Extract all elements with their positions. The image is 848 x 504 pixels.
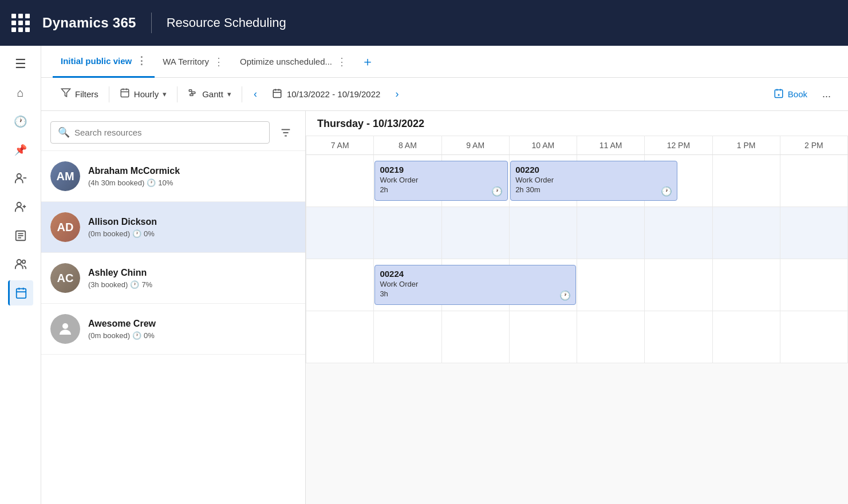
booking-block-00219[interactable]: 00219 Work Order 2h 🕐 (374, 161, 508, 201)
sidebar-item-users[interactable] (8, 166, 33, 191)
date-range-text: 10/13/2022 - 10/19/2022 (287, 89, 380, 99)
gantt-cell-11am-awesome (577, 311, 645, 363)
resource-info-ashley: Ashley Chinn (3h booked) 🕐 7% (88, 268, 152, 289)
hourly-button[interactable]: Hourly ▾ (112, 84, 175, 105)
calendar-icon (272, 88, 282, 100)
gantt-cell-10am-allison (510, 207, 577, 259)
tab-more-initial[interactable]: ⋮ (136, 54, 147, 67)
tab-wa-territory[interactable]: WA Territory ⋮ (155, 46, 232, 78)
svg-point-35 (62, 323, 68, 329)
resource-search-box[interactable]: 🔍 (50, 121, 270, 144)
gantt-panel: Thursday - 10/13/2022 7 AM 8 AM 9 AM 10 … (306, 111, 848, 504)
sidebar-item-team[interactable] (8, 252, 33, 277)
gantt-cell-7am-ashley (306, 259, 374, 311)
resource-info-awesome-crew: Awesome Crew (0m booked) 🕐 0% (88, 319, 156, 340)
svg-point-10 (22, 260, 25, 264)
gantt-cell-7am-awesome (306, 311, 374, 363)
sidebar-item-pin[interactable]: 📌 (8, 137, 33, 162)
gantt-cell-7am-abraham (306, 155, 374, 207)
gantt-cell-12pm-awesome (645, 311, 712, 363)
gantt-row-allison (306, 207, 848, 259)
resource-item-allison[interactable]: AD Allison Dickson (0m booked) 🕐 0% (41, 202, 305, 253)
sidebar: ☰ ⌂ 🕐 📌 (0, 46, 41, 504)
clock-icon-00224: 🕐 (559, 290, 571, 301)
resource-item-awesome-crew[interactable]: Awesome Crew (0m booked) 🕐 0% (41, 304, 305, 355)
booking-block-00224[interactable]: 00224 Work Order 3h 🕐 (374, 265, 575, 305)
book-icon (774, 88, 784, 100)
resource-meta-text-awesome-crew: (0m booked) (88, 331, 130, 340)
clock-icon-ashley: 🕐 (130, 280, 139, 289)
svg-rect-22 (190, 94, 193, 96)
gantt-cell-1pm-abraham (713, 155, 780, 207)
search-input[interactable] (74, 128, 262, 137)
tabs-row: Initial public view ⋮ WA Territory ⋮ Opt… (41, 46, 848, 78)
time-cell-12pm: 12 PM (645, 136, 712, 154)
gantt-button[interactable]: Gantt ▾ (180, 84, 239, 105)
time-cell-11am: 11 AM (577, 136, 645, 154)
gantt-cell-12pm-allison (645, 207, 712, 259)
booking-block-00220[interactable]: 00220 Work Order 2h 30m 🕐 (510, 161, 677, 201)
gantt-row-awesome-crew (306, 311, 848, 363)
tab-more-wa[interactable]: ⋮ (214, 55, 224, 68)
tab-label-wa-territory: WA Territory (163, 57, 209, 66)
app-title: Dynamics 365 (42, 15, 136, 31)
gantt-cell-1pm-awesome (713, 311, 780, 363)
clock-icon-allison: 🕐 (132, 229, 141, 238)
gantt-cell-11am-ashley (577, 259, 645, 311)
gantt-row-inner-abraham: 00219 Work Order 2h 🕐 00220 Work Order 2… (306, 155, 848, 207)
tab-label-optimize: Optimize unscheduled... (240, 57, 332, 66)
svg-rect-16 (121, 89, 129, 97)
booking-num-00224: 00224 (380, 269, 570, 279)
time-cell-10am: 10 AM (510, 136, 577, 154)
booking-type-00220: Work Order (515, 176, 672, 184)
resource-info-allison: Allison Dickson (0m booked) 🕐 0% (88, 217, 157, 238)
book-button[interactable]: Book (764, 84, 817, 104)
resource-avatar-awesome-crew (50, 314, 80, 344)
filters-label: Filters (75, 89, 98, 99)
search-icon: 🔍 (58, 126, 70, 138)
sidebar-item-calendar[interactable] (8, 280, 33, 305)
tab-label-initial-public-view: Initial public view (61, 56, 132, 66)
date-range[interactable]: 10/13/2022 - 10/19/2022 (266, 86, 386, 102)
booking-dur-00219: 2h (380, 185, 503, 194)
gantt-row-inner-allison (306, 207, 848, 259)
sidebar-item-home[interactable]: ⌂ (8, 80, 33, 105)
gantt-time-row: 7 AM 8 AM 9 AM 10 AM 11 AM 12 PM 1 PM 2 … (306, 136, 848, 154)
toolbar-row: Filters Hourly ▾ Gantt ▾ ‹ (41, 78, 848, 111)
gantt-cell-7am-allison (306, 207, 374, 259)
tab-more-optimize[interactable]: ⋮ (337, 55, 347, 68)
sidebar-item-report[interactable] (8, 223, 33, 248)
tabs-add-button[interactable]: ＋ (357, 51, 378, 72)
date-nav: ‹ 10/13/2022 - 10/19/2022 › (249, 86, 403, 102)
sidebar-item-recent[interactable]: 🕐 (8, 109, 33, 134)
resource-meta-abraham: (4h 30m booked) 🕐 10% (88, 178, 180, 187)
prev-date-button[interactable]: ‹ (249, 86, 262, 102)
sort-button[interactable] (275, 122, 296, 143)
clock-icon-abraham: 🕐 (147, 178, 156, 187)
resource-search-row: 🔍 (41, 111, 305, 151)
tab-initial-public-view[interactable]: Initial public view ⋮ (53, 46, 155, 78)
resource-item-ashley[interactable]: AC Ashley Chinn (3h booked) 🕐 7% (41, 253, 305, 304)
gantt-cell-12pm-ashley (645, 259, 712, 311)
gantt-icon (188, 88, 198, 101)
gantt-row-ashley: 00224 Work Order 3h 🕐 (306, 259, 848, 311)
hourly-chevron: ▾ (163, 90, 167, 98)
resource-meta-text-ashley: (3h booked) (88, 280, 128, 289)
resource-item-abraham[interactable]: AM Abraham McCormick (4h 30m booked) 🕐 1… (41, 151, 305, 202)
app-grid-icon[interactable] (11, 14, 30, 32)
next-date-button[interactable]: › (391, 86, 403, 102)
utilization-allison: 0% (144, 229, 155, 238)
filters-button[interactable]: Filters (53, 84, 107, 105)
more-options-button[interactable]: ... (817, 85, 837, 104)
resource-meta-awesome-crew: (0m booked) 🕐 0% (88, 331, 156, 340)
sidebar-item-person-add[interactable] (8, 195, 33, 220)
gantt-chevron: ▾ (227, 90, 231, 98)
resource-info-abraham: Abraham McCormick (4h 30m booked) 🕐 10% (88, 166, 180, 187)
module-title: Resource Scheduling (167, 15, 286, 30)
sidebar-item-menu[interactable]: ☰ (8, 51, 33, 77)
tab-optimize-unscheduled[interactable]: Optimize unscheduled... ⋮ (232, 46, 355, 78)
gantt-cell-2pm-ashley (780, 259, 848, 311)
gantt-row-inner-ashley: 00224 Work Order 3h 🕐 (306, 259, 848, 311)
clock-icon-awesome-crew: 🕐 (132, 331, 141, 340)
svg-point-0 (17, 174, 21, 178)
